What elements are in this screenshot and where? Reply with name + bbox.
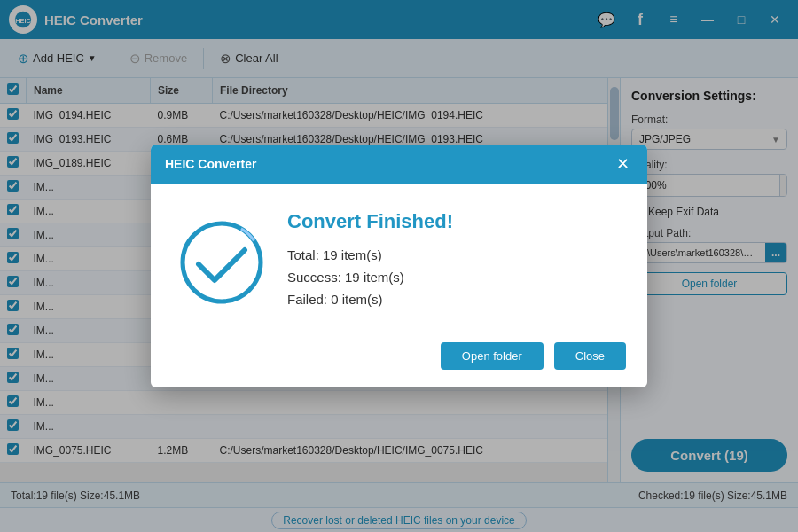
modal-body: Convert Finished! Total: 19 item(s) Succ… — [151, 184, 647, 332]
modal-open-folder-button[interactable]: Open folder — [441, 342, 544, 370]
modal-close-btn[interactable]: Close — [554, 342, 626, 370]
modal-content: Convert Finished! Total: 19 item(s) Succ… — [287, 210, 621, 314]
modal-header: HEIC Converter ✕ — [151, 145, 647, 184]
modal-total: Total: 19 item(s) — [287, 247, 621, 262]
modal-footer: Open folder Close — [151, 332, 647, 387]
modal-title: HEIC Converter — [165, 157, 256, 171]
modal-finished-title: Convert Finished! — [287, 210, 621, 233]
modal-success-icon — [177, 218, 266, 307]
modal-close-button[interactable]: ✕ — [612, 153, 633, 175]
modal-failed: Failed: 0 item(s) — [287, 292, 621, 307]
modal-overlay: HEIC Converter ✕ Convert Finished! Total… — [0, 0, 798, 532]
modal-success: Success: 19 item(s) — [287, 270, 621, 285]
convert-finished-modal: HEIC Converter ✕ Convert Finished! Total… — [151, 145, 647, 387]
